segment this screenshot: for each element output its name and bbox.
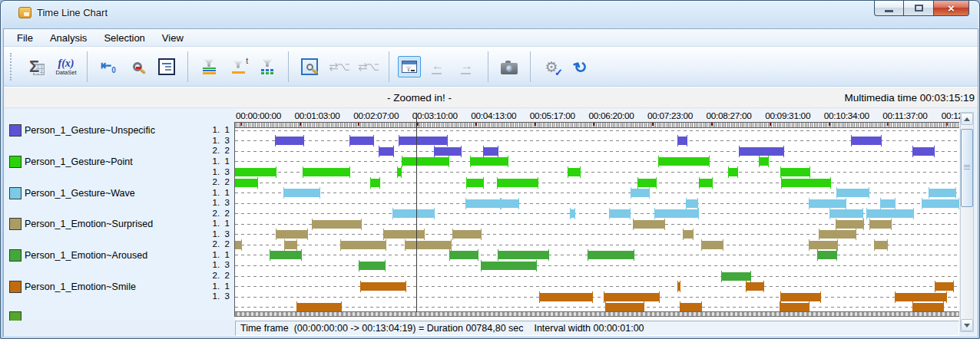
event-bar[interactable] [837, 189, 869, 197]
event-bar[interactable] [297, 303, 341, 311]
close-button[interactable]: × [934, 1, 969, 16]
event-bar[interactable] [700, 179, 712, 187]
event-bar[interactable] [760, 157, 768, 166]
event-bar[interactable] [875, 241, 887, 249]
legend-item[interactable]: Person_1_Gesture~Wave [9, 186, 135, 199]
event-bar[interactable] [313, 220, 361, 229]
event-bar[interactable] [471, 157, 508, 166]
event-bar[interactable] [270, 251, 301, 259]
event-bar[interactable] [498, 179, 538, 187]
event-bar[interactable] [867, 209, 913, 218]
event-bar[interactable] [406, 241, 451, 249]
event-bar[interactable] [276, 230, 307, 239]
event-bar[interactable] [285, 241, 296, 249]
event-bar[interactable] [852, 137, 881, 145]
event-bar[interactable] [402, 157, 449, 166]
title-bar[interactable]: Time Line Chart × [1, 1, 979, 28]
plot-area[interactable] [235, 128, 959, 311]
event-bar[interactable] [684, 230, 693, 239]
legend-item[interactable]: Person_1_Gesture~Unspecific [9, 124, 155, 137]
zoom-window-button[interactable] [297, 51, 322, 83]
event-bar[interactable] [913, 303, 943, 311]
event-bar[interactable] [655, 209, 698, 218]
settings-apply-button[interactable]: ⚙ ✓ [539, 51, 564, 83]
vertical-scrollbar[interactable] [960, 112, 974, 332]
event-bar[interactable] [881, 199, 895, 208]
event-bar[interactable] [303, 168, 349, 176]
event-bar[interactable] [819, 230, 856, 239]
event-bar[interactable] [235, 168, 276, 176]
event-bar[interactable] [782, 179, 830, 187]
reset-position-button[interactable]: ⇤0 [96, 51, 121, 83]
event-bar[interactable] [929, 189, 955, 197]
filter-intervals-button[interactable] [255, 51, 280, 83]
event-bar[interactable] [399, 137, 447, 145]
legend-item[interactable]: Person_1_Emotion~Aroused [9, 248, 147, 262]
event-bar[interactable] [482, 262, 536, 270]
event-bar[interactable] [678, 137, 687, 145]
menu-file[interactable]: File [8, 30, 41, 46]
filter-codes-button[interactable] [197, 51, 221, 83]
event-bar[interactable] [638, 179, 656, 187]
event-bar[interactable] [702, 241, 723, 249]
event-bar[interactable] [361, 282, 406, 291]
event-bar[interactable] [687, 199, 697, 208]
zoom-out-button[interactable] [125, 51, 150, 83]
event-bar[interactable] [747, 282, 763, 291]
event-bar[interactable] [379, 147, 393, 156]
event-bar[interactable] [350, 137, 373, 145]
event-bar[interactable] [235, 241, 241, 249]
event-bar[interactable] [610, 209, 630, 218]
event-bar[interactable] [498, 251, 548, 259]
event-bar[interactable] [435, 147, 461, 156]
legend-item[interactable]: Person_1_Gesture~Point [9, 155, 133, 168]
event-bar[interactable] [371, 179, 379, 187]
snapshot-button[interactable] [497, 51, 521, 83]
event-bar[interactable] [606, 303, 644, 311]
event-bar[interactable] [830, 209, 862, 218]
maximize-button[interactable] [904, 1, 934, 16]
event-bar[interactable] [922, 199, 958, 208]
event-bar[interactable] [740, 147, 783, 156]
scroll-down-button[interactable] [961, 319, 973, 331]
event-bar[interactable] [809, 199, 846, 208]
menu-view[interactable]: View [154, 30, 192, 46]
event-bar[interactable] [780, 303, 809, 311]
event-bar[interactable] [540, 293, 592, 301]
event-bar[interactable] [467, 179, 483, 187]
event-bar[interactable] [634, 220, 664, 229]
statistics-button[interactable]: Σ [25, 51, 49, 83]
event-bar[interactable] [781, 293, 820, 301]
event-bar[interactable] [631, 189, 649, 197]
toolbar-grip[interactable] [10, 53, 13, 81]
event-bar[interactable] [722, 272, 750, 281]
event-bar[interactable] [896, 293, 946, 301]
menu-selection[interactable]: Selection [95, 30, 153, 46]
scrollbar-thumb[interactable] [961, 129, 973, 207]
event-bar[interactable] [384, 230, 424, 239]
event-bar[interactable] [276, 137, 303, 145]
event-bar[interactable] [870, 220, 891, 229]
event-bar[interactable] [571, 209, 574, 218]
event-bar[interactable] [913, 147, 934, 156]
event-bar[interactable] [659, 157, 709, 166]
event-bar[interactable] [235, 179, 257, 187]
event-bar[interactable] [836, 220, 863, 229]
playhead-line[interactable] [416, 113, 417, 312]
legend-item[interactable]: Person_1_Emotion~Smile [9, 280, 136, 293]
event-bar[interactable] [935, 282, 953, 291]
filter-window-button[interactable] [398, 56, 421, 77]
event-bar[interactable] [284, 189, 319, 197]
refresh-button[interactable]: ↻ [568, 51, 593, 83]
event-bar[interactable] [568, 168, 580, 176]
event-bar[interactable] [484, 147, 498, 156]
event-bar[interactable] [398, 168, 401, 176]
event-bar[interactable] [341, 241, 386, 249]
event-bar[interactable] [678, 282, 680, 291]
legend-item[interactable]: Person_1_Emotion~Surprised [9, 218, 153, 231]
event-bar[interactable] [729, 168, 737, 176]
event-bar[interactable] [680, 303, 701, 311]
minimize-button[interactable] [874, 1, 904, 16]
event-bar[interactable] [588, 251, 634, 259]
event-bar[interactable] [818, 251, 836, 259]
